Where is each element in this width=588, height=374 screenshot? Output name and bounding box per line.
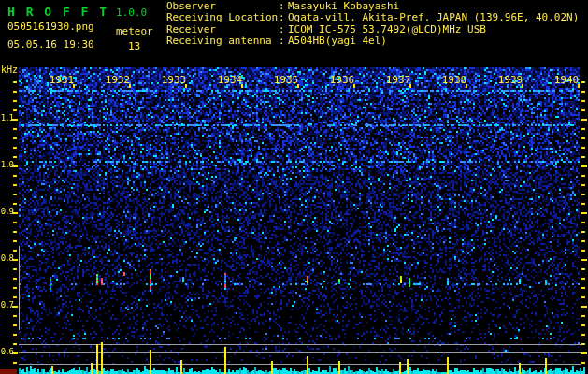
y-tick-label: 0.9 [0,207,13,216]
spectrogram-canvas [0,0,588,374]
x-tick-label: 1937 [384,74,412,86]
mode-label: meteor [116,25,153,37]
y-tick-label: 1.0 [0,160,13,169]
info-label: Receiving antenna [166,36,279,47]
x-tick-label: 1938 [440,74,468,86]
info-colon: : [279,36,288,47]
title-row: H R O F F T1.0.0 [7,2,147,20]
y-tick-label: 0.7 [0,300,13,309]
observer-info-block: Observer:Masayuki Kobayashi Receiving Lo… [166,1,579,48]
info-label: Receiving Location [166,12,279,23]
info-row-antenna: Receiving antenna:A504HB(yagi 4el) [166,36,579,47]
app-title: H R O F F T [7,5,108,19]
x-tick-label: 1940 [552,74,581,86]
output-filename: 0505161930.png [7,21,94,33]
x-tick-label: 1931 [48,74,76,86]
x-tick-label: 1935 [272,74,300,86]
hrofft-window: H R O F F T1.0.0 0505161930.png meteor 0… [0,0,588,374]
x-tick-label: 1933 [160,74,188,86]
x-tick-label: 1936 [328,74,356,86]
x-tick-label: 1939 [496,74,524,86]
info-value: A504HB(yagi 4el) [288,35,387,47]
meteor-count: 13 [128,40,140,52]
info-value: ICOM IC-575 53.7492(@LCD)MHz USB [288,23,486,36]
info-value: Ogata-vill. Akita-Pref. JAPAN (139.96E, … [288,11,579,23]
y-tick-label: 0.6 [0,347,13,356]
x-tick-label: 1932 [104,74,132,86]
info-value: Masayuki Kobayashi [288,0,399,12]
datetime-label: 05.05.16 19:30 [7,38,94,50]
app-version: 1.0.0 [116,7,147,19]
y-tick-label: 1.1 [0,113,13,122]
x-tick-label: 1934 [216,74,244,86]
info-colon: : [279,12,288,23]
y-axis-unit: kHz [1,65,18,75]
y-tick-label: 0.8 [0,253,13,263]
